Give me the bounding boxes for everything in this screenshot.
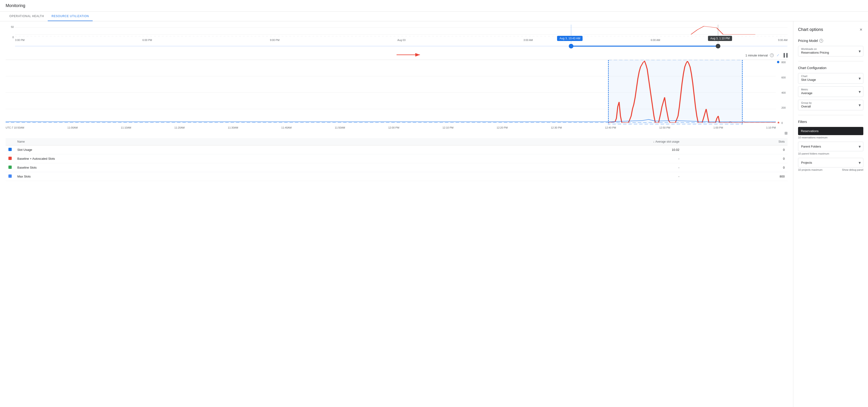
chart-config-title: Chart Configuration [798, 66, 863, 70]
row-name-0: Slot Usage [14, 145, 398, 154]
expand-chart-btn[interactable]: ⊞ [6, 130, 787, 136]
parent-folders-filter: Parent Folders ▾ 10 parent folders maxim… [798, 142, 863, 155]
x-axis: UTC-7 10:50AM 11:00AM 11:10AM 11:20AM 11… [6, 125, 776, 130]
row-color-0 [8, 148, 12, 151]
interval-label: 1 minute interval [745, 54, 768, 57]
mini-x-axis: 3:00 PM 6:00 PM 9:00 PM Aug 03 3:00 AM 6… [15, 39, 787, 41]
range-handle-left[interactable] [569, 44, 574, 49]
interval-bar: 1 minute interval ? ⟋ ▐▐ [6, 51, 787, 60]
filters-title: Filters [798, 120, 863, 124]
table-row: Slot Usage 10.02 0 [6, 145, 787, 154]
chart-config-section: Chart Configuration Chart Slot Usage ▾ M… [798, 66, 863, 110]
range-selected [571, 46, 718, 47]
bar-chart-icon[interactable]: ▐▐ [782, 53, 787, 57]
mini-y-labels: 50 0 [6, 25, 14, 39]
close-panel-button[interactable]: × [859, 26, 863, 33]
parent-folders-select-wrapper[interactable]: Parent Folders ▾ [798, 142, 863, 151]
svg-rect-9 [608, 60, 742, 124]
pricing-model-title: Pricing Model ? [798, 39, 863, 42]
row-avg-1: - [398, 154, 682, 163]
row-avg-2: - [398, 163, 682, 172]
workloads-label: Workloads on [801, 48, 817, 50]
tabs-bar: OPERATIONAL HEALTH RESOURCE UTILIZATION [0, 12, 868, 21]
table-row: Baseline Slots - 0 [6, 163, 787, 172]
main-chart-svg [6, 60, 776, 125]
sort-icon: ↓ [653, 140, 654, 143]
panel-header: Chart options × [798, 26, 863, 33]
chart-select-wrapper[interactable]: Chart Slot Usage ▾ [798, 73, 863, 84]
workloads-select-wrapper[interactable]: Workloads on Reservations Pricing ▾ [798, 46, 863, 56]
panel-title: Chart options [798, 27, 823, 32]
row-color-1 [8, 157, 12, 160]
projects-filter: Projects ▾ 10 projects maximum Show debu… [798, 158, 863, 171]
mini-chart: 50 0 3:00 PM 6:00 PM 9:00 PM Aug 03 3:00… [6, 25, 787, 41]
divider-2 [798, 115, 863, 115]
range-selector: Aug 3, 10:43 AM Aug 3, 1:10 PM [15, 42, 787, 51]
projects-select-wrapper[interactable]: Projects ▾ [798, 158, 863, 168]
row-color-3 [8, 174, 12, 178]
show-debug-panel-link[interactable]: Show debug panel [842, 168, 863, 171]
tab-resource-utilization[interactable]: RESOURCE UTILIZATION [48, 12, 93, 21]
row-slots-2: 0 [682, 163, 787, 172]
col-avg[interactable]: ↓Average slot usage [398, 138, 682, 145]
main-chart-container: 800 600 400 200 0 ★ [6, 60, 787, 125]
reservations-input[interactable]: Reservations [798, 127, 863, 135]
row-avg-0: 10.02 [398, 145, 682, 154]
metric-dropdown-arrow: ▾ [859, 89, 861, 94]
col-icon [6, 138, 14, 145]
row-avg-3: - [398, 172, 682, 181]
chart-area: 50 0 3:00 PM 6:00 PM 9:00 PM Aug 03 3:00… [0, 21, 793, 407]
interval-help-icon[interactable]: ? [770, 53, 774, 57]
row-slots-1: 0 [682, 154, 787, 163]
tooltip-left: Aug 3, 10:43 AM [557, 36, 583, 41]
metric-select-group: Metric Average ▾ [798, 86, 863, 97]
data-table: Name ↓Average slot usage Slots Slot Usag… [6, 138, 787, 181]
metric-label: Metric [801, 88, 808, 91]
line-chart-icon[interactable]: ⟋ [776, 53, 780, 57]
parent-folders-max: 10 parent folders maximum [798, 152, 863, 155]
table-row: Max Slots - 800 [6, 172, 787, 181]
projects-max-row: 10 projects maximum Show debug panel [798, 168, 863, 171]
pricing-model-section: Pricing Model ? Workloads on Reservation… [798, 39, 863, 56]
row-slots-0: 0 [682, 145, 787, 154]
workloads-value: Reservations Pricing [801, 51, 829, 54]
tab-operational-health[interactable]: OPERATIONAL HEALTH [6, 12, 48, 21]
reservations-filter: Reservations 10 reservations maximum [798, 127, 863, 139]
chart-value: Slot Usage [801, 78, 816, 82]
row-name-1: Baseline + Autoscaled Slots [14, 154, 398, 163]
range-handle-right[interactable] [716, 44, 720, 49]
groupby-dropdown-arrow: ▾ [859, 103, 861, 108]
main-layout: 50 0 3:00 PM 6:00 PM 9:00 PM Aug 03 3:00… [0, 21, 868, 407]
groupby-select-group: Group by Overall ▾ [798, 100, 863, 110]
groupby-label: Group by [801, 101, 812, 104]
workloads-dropdown-arrow: ▾ [859, 49, 861, 54]
chart-dropdown-arrow: ▾ [859, 76, 861, 81]
projects-max: 10 projects maximum [798, 168, 823, 171]
right-panel: Chart options × Pricing Model ? Workload… [793, 21, 868, 407]
projects-value: Projects [801, 161, 812, 165]
row-slots-3: 800 [682, 172, 787, 181]
table-row: Baseline + Autoscaled Slots - 0 [6, 154, 787, 163]
parent-folders-value: Parent Folders [801, 145, 821, 148]
divider-1 [798, 61, 863, 61]
col-slots[interactable]: Slots [682, 138, 787, 145]
app-header: Monitoring [0, 0, 868, 12]
metric-select-wrapper[interactable]: Metric Average ▾ [798, 86, 863, 97]
row-name-3: Max Slots [14, 172, 398, 181]
app-title: Monitoring [6, 3, 25, 8]
chart-select-group: Chart Slot Usage ▾ [798, 73, 863, 84]
mini-chart-canvas [15, 25, 787, 38]
metric-value: Average [801, 91, 812, 95]
row-color-2 [8, 166, 12, 169]
pricing-help-icon[interactable]: ? [819, 39, 823, 42]
parent-folders-arrow: ▾ [859, 144, 861, 149]
chart-label: Chart [801, 75, 807, 78]
main-chart-y-labels: 800 600 400 200 0 [781, 60, 786, 125]
groupby-select-wrapper[interactable]: Group by Overall ▾ [798, 100, 863, 110]
tooltip-right: Aug 3, 1:10 PM [708, 36, 732, 41]
reservations-max: 10 reservations maximum [798, 136, 863, 139]
groupby-value: Overall [801, 105, 811, 108]
col-name[interactable]: Name [14, 138, 398, 145]
filters-section: Filters Reservations 10 reservations max… [798, 120, 863, 171]
projects-arrow: ▾ [859, 160, 861, 165]
